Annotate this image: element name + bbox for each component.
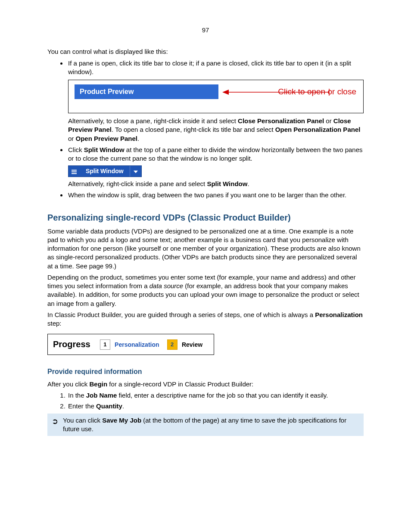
step-number: 1 <box>100 339 110 350</box>
text: Click Split Window at the top of a pane … <box>68 146 363 162</box>
tip-icon: ➲ <box>52 416 63 434</box>
list-item: Click Split Window at the top of a pane … <box>67 146 364 189</box>
body-text: Some variable data products (VDPs) are d… <box>47 227 364 271</box>
list-item: If a pane is open, click its title bar t… <box>67 59 364 143</box>
tip-text: You can click Save My Job (at the bottom… <box>63 416 359 434</box>
chevron-down-icon[interactable] <box>130 166 141 177</box>
body-text: Depending on the product, sometimes you … <box>47 273 364 308</box>
progress-step-2[interactable]: 2 Review <box>167 339 202 350</box>
display-control-list: If a pane is open, click its title bar t… <box>47 59 364 200</box>
step-name: Review <box>182 341 202 348</box>
split-window-button[interactable]: Split Window <box>68 165 142 177</box>
steps-list: In the Job Name field, enter a descripti… <box>47 391 364 411</box>
progress-label: Progress <box>53 339 90 349</box>
list-item: In the Job Name field, enter a descripti… <box>67 391 364 400</box>
subsection-heading: Provide required information <box>47 367 364 376</box>
body-text: In Classic Product Builder, you are guid… <box>47 311 364 328</box>
list-item: Enter the Quantity. <box>67 402 364 411</box>
page-number: 97 <box>47 26 364 34</box>
text: Alternatively, to close a pane, right-cl… <box>68 117 360 142</box>
section-heading: Personalizing single-record VDPs (Classi… <box>47 212 364 224</box>
split-window-label: Split Window <box>81 166 128 177</box>
tip-callout: ➲ You can click Save My Job (at the bott… <box>47 414 364 436</box>
split-icon <box>68 166 80 177</box>
product-preview-figure: Product Preview Click to open or close <box>68 80 364 113</box>
text: If a pane is open, click its title bar t… <box>68 59 351 75</box>
product-preview-titlebar[interactable]: Product Preview <box>75 84 218 99</box>
intro-text: You can control what is displayed like t… <box>47 47 364 56</box>
text: Alternatively, right-click inside a pane… <box>68 180 249 187</box>
list-item: When the window is split, drag between t… <box>67 191 364 199</box>
body-text: After you click Begin for a single-recor… <box>47 380 364 389</box>
progress-step-1[interactable]: 1 Personalization <box>100 339 159 350</box>
text: When the window is split, drag between t… <box>68 191 346 199</box>
step-number: 2 <box>167 339 177 350</box>
callout-text: Click to open or close <box>278 86 356 97</box>
step-name: Personalization <box>115 341 159 348</box>
progress-figure: Progress 1 Personalization 2 Review <box>47 334 214 355</box>
